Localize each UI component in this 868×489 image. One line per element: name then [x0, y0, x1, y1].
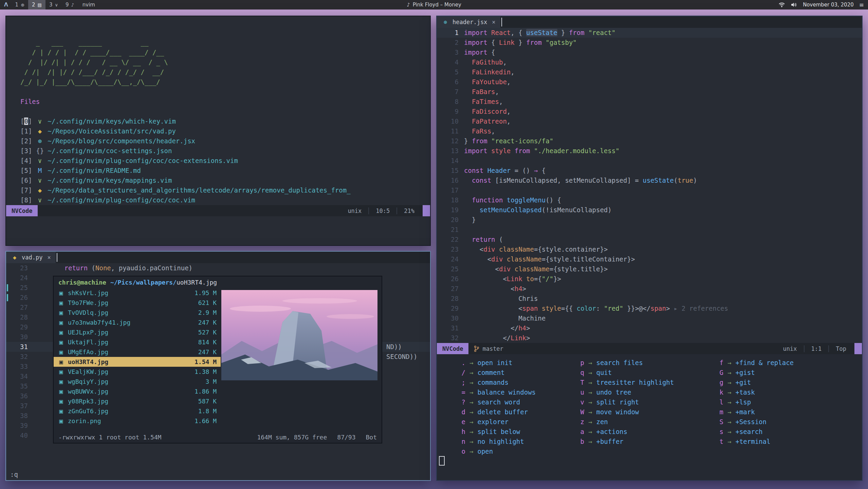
- code-line-4[interactable]: 4 FaGithub,: [437, 57, 862, 67]
- code-line-11[interactable]: 11 FaRss,: [437, 126, 862, 136]
- line-number: 32: [437, 333, 464, 343]
- file-name: shKsVrL.jpg: [68, 289, 108, 296]
- tab-vad-py[interactable]: ◆ vad.py ×: [6, 252, 56, 263]
- code-line-21[interactable]: 21: [437, 225, 862, 235]
- code-line-22[interactable]: 22 return (: [437, 235, 862, 244]
- menu-icon[interactable]: ≡: [859, 1, 864, 8]
- code-line-19[interactable]: 19 setMenuCollapsed(!isMenuCollapsed): [437, 205, 862, 215]
- code-line-10[interactable]: 10 FaPatreon,: [437, 116, 862, 126]
- close-tab-icon[interactable]: ×: [47, 254, 51, 261]
- line-number: 28: [437, 294, 464, 304]
- workspace-1[interactable]: 1⊕: [12, 0, 28, 10]
- code-line-20[interactable]: 20 }: [437, 215, 862, 225]
- workspace-3[interactable]: 3∨: [45, 0, 62, 10]
- code-line-23[interactable]: 23 <div className={style.container}>: [437, 244, 862, 254]
- keybinding-h: h→split below: [450, 427, 569, 436]
- file-name: u7o3nwab7fy41.jpg: [68, 319, 130, 326]
- recent-file-0[interactable]: [0]∨~/.config/nvim/keys/which-key.vim: [20, 116, 430, 126]
- file-entry-2[interactable]: ▣TvOVDlq.jpg2.9 M: [54, 308, 221, 318]
- code-line-27[interactable]: 27 <h4>: [437, 284, 862, 294]
- file-entry-4[interactable]: ▣UEJLpxP.jpg527 K: [54, 327, 221, 337]
- code-line-30[interactable]: 30 Machine: [437, 313, 862, 323]
- recent-file-8[interactable]: [8]∨~/.config/nvim/plug-config/coc/coc.v…: [20, 195, 430, 205]
- code-line-2[interactable]: 2import { Link } from "gatsby": [437, 38, 862, 48]
- code-line-31[interactable]: 31 </h4>: [437, 323, 862, 333]
- line-number: 24: [6, 273, 33, 283]
- file-entry-10[interactable]: ▣wqBUWVx.jpg1.86 M: [54, 386, 221, 396]
- line-number: 9: [437, 107, 464, 116]
- code-line-12[interactable]: 12} from "react-icons/fa": [437, 136, 862, 146]
- keybinding-v: v→split right: [569, 397, 708, 407]
- file-entry-12[interactable]: ▣zGnGuT6.jpg1.8 M: [54, 406, 221, 416]
- code-line-32[interactable]: 32 </Link>: [437, 333, 862, 343]
- occluded-line-tail: SECOND)): [386, 352, 418, 362]
- code-line-3[interactable]: 3import {: [437, 48, 862, 57]
- launcher-icon[interactable]: Λ: [4, 2, 8, 8]
- binding-description: +gist: [735, 369, 755, 376]
- workspace-number: 1: [15, 2, 19, 8]
- code-line-29[interactable]: 29 <span style={{ color: "red" }}>@</spa…: [437, 304, 862, 313]
- file-entry-5[interactable]: ▣UktajFl.jpg814 K: [54, 337, 221, 347]
- arrow-icon: →: [584, 428, 596, 435]
- file-entry-13[interactable]: ▣zorin.png1.66 M: [54, 416, 221, 426]
- code-line-25[interactable]: 25 <div className={style.title}>: [437, 264, 862, 274]
- code-line-24[interactable]: 24 <div className={style.titleContainer}…: [437, 254, 862, 264]
- file-entry-7[interactable]: ▣uoH3RT4.jpg1.54 M: [54, 357, 221, 367]
- recent-file-4[interactable]: [4]∨~/.config/nvim/plug-config/coc/coc-e…: [20, 156, 430, 166]
- code-line-17[interactable]: 17: [437, 185, 862, 195]
- recent-file-2[interactable]: [2]⊛~/Repos/blog/src/components/header.j…: [20, 136, 430, 146]
- terminal-cursor: [439, 456, 445, 466]
- recent-file-6[interactable]: [6]∨~/.config/nvim/keys/mappings.vim: [20, 176, 430, 185]
- file-size: 1.86 M: [195, 388, 217, 395]
- code-line-15[interactable]: 15const Header = () ⇒ {: [437, 166, 862, 176]
- wifi-icon[interactable]: [778, 2, 785, 7]
- user-host: chris@machine: [58, 279, 106, 286]
- arrow-icon: →: [723, 359, 735, 366]
- code-line-26[interactable]: 26 <Link to={"/"}>: [437, 274, 862, 284]
- react-icon: ⊛: [36, 136, 43, 146]
- arrow-icon: →: [465, 408, 477, 416]
- file-index: [6]: [20, 176, 32, 185]
- which-key-column-2: p→search filesq→quitT→treesitter highlig…: [569, 358, 708, 456]
- file-entry-6[interactable]: ▣UMgEfAo.jpg247 K: [54, 347, 221, 357]
- vim-icon: ∨: [36, 116, 43, 126]
- music-note-icon: ♪: [407, 2, 410, 8]
- close-tab-icon[interactable]: ×: [492, 19, 495, 25]
- recent-file-3[interactable]: [3]{}~/.config/nvim/coc-settings.json: [20, 146, 430, 156]
- code-line-1[interactable]: 1import React, { useState } from "react": [437, 28, 862, 38]
- arrow-icon: →: [584, 388, 596, 396]
- file-entry-0[interactable]: ▣shKsVrL.jpg1.95 M: [54, 288, 221, 298]
- code-line-6[interactable]: 6 FaYoutube,: [437, 77, 862, 87]
- code-line-18[interactable]: 18 function toggleMenu() {: [437, 195, 862, 205]
- tab-header-jsx[interactable]: ⊛ header.jsx ×: [437, 16, 500, 28]
- arrow-icon: →: [584, 438, 596, 445]
- code-line-16[interactable]: 16 const [isMenuCollapsed, setMenuCollap…: [437, 176, 862, 185]
- file-entry-11[interactable]: ▣y08Rpk3.jpg587 K: [54, 396, 221, 406]
- file-name: UEJLpxP.jpg: [68, 329, 108, 336]
- code-line-8[interactable]: 8 FaTimes,: [437, 97, 862, 107]
- recent-file-1[interactable]: [1]◆~/Repos/VoiceAssistant/src/vad.py: [20, 126, 430, 136]
- line-number: 19: [437, 205, 464, 215]
- file-entry-1[interactable]: ▣T9o7FWe.jpg621 K: [54, 298, 221, 308]
- code-line-9[interactable]: 9 FaDiscord,: [437, 107, 862, 116]
- volume-icon[interactable]: [791, 2, 797, 7]
- code-line-14[interactable]: 14: [437, 156, 862, 166]
- code-line-23[interactable]: 23 return (None, pyaudio.paContinue): [6, 263, 430, 273]
- file-entry-9[interactable]: ▣wgBqiyY.jpg3 M: [54, 377, 221, 386]
- workspace-2[interactable]: 2▤: [28, 0, 45, 10]
- recent-file-5[interactable]: [5]M~/.config/nvim/README.md: [20, 166, 430, 176]
- code-line-13[interactable]: 13import style from "./header.module.les…: [437, 146, 862, 156]
- line-number: 26: [6, 293, 33, 303]
- command-line[interactable]: :q: [10, 471, 18, 478]
- recent-file-7[interactable]: [7]◆~/Repos/data_structures_and_algorith…: [20, 185, 430, 195]
- code-line-7[interactable]: 7 FaBars,: [437, 87, 862, 97]
- now-playing: ♪ Pink Floyd – Money: [407, 0, 461, 10]
- file-entry-8[interactable]: ▣VEaljKW.jpg1.38 M: [54, 367, 221, 377]
- image-file-icon: ▣: [58, 299, 64, 306]
- code-line-28[interactable]: 28 Chris: [437, 294, 862, 304]
- file-index: [1]: [20, 126, 32, 136]
- workspace-app-icon: ⊕: [21, 2, 24, 7]
- code-line-5[interactable]: 5 FaLinkedin,: [437, 67, 862, 77]
- workspace-9[interactable]: 9♪: [62, 0, 78, 10]
- file-entry-3[interactable]: ▣u7o3nwab7fy41.jpg247 K: [54, 318, 221, 327]
